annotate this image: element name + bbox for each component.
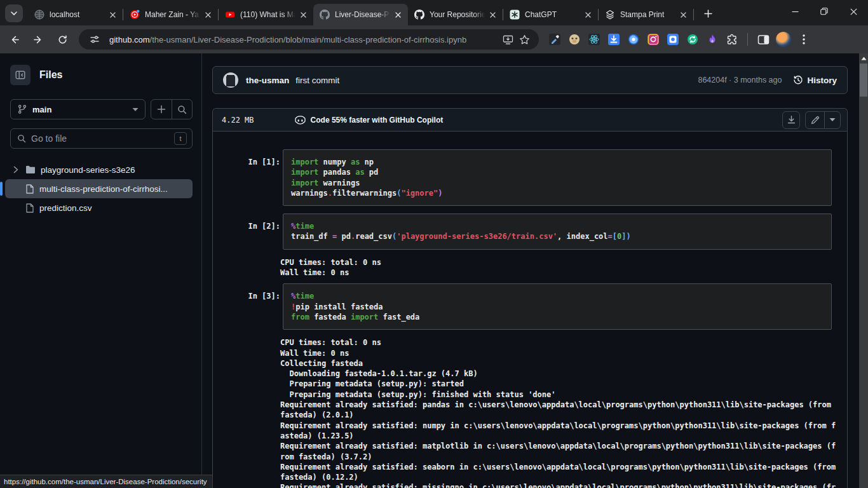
file-actions <box>782 111 841 129</box>
address-bar[interactable]: github.com/the-usman/Liver-Disease-Prodi… <box>79 29 539 50</box>
search-files-button[interactable] <box>172 100 192 119</box>
notebook-cell: In [3]:%time!pip install fastedafrom fas… <box>213 283 847 330</box>
extensions-row <box>548 32 811 47</box>
tab-localhost[interactable]: localhost <box>28 4 123 25</box>
site-settings-icon[interactable] <box>86 31 103 48</box>
code-cell-input: import numpy as npimport pandas as pdimp… <box>283 149 832 206</box>
tree-item-label: playground-series-s3e26 <box>41 165 135 175</box>
edit-file-button[interactable] <box>806 112 825 128</box>
tab-label: (110) What is Ma <box>240 10 295 19</box>
tab-close-icon[interactable] <box>107 10 118 20</box>
extensions-puzzle-icon[interactable] <box>725 32 739 46</box>
git-branch-icon <box>17 104 27 114</box>
download-arrow-extension-icon[interactable] <box>607 32 621 46</box>
tab-close-icon[interactable] <box>298 10 308 20</box>
green-sync-extension-icon[interactable] <box>686 32 700 46</box>
tab-label: Liver-Disease-Pr <box>335 10 390 19</box>
chevron-right-icon[interactable] <box>11 166 20 173</box>
tree-file-notebook-selected[interactable]: multi-class-prediction-of-cirrhosi... <box>5 179 193 198</box>
commit-message[interactable]: first commit <box>295 76 339 85</box>
file-icon <box>25 203 34 213</box>
blue-swirl-extension-icon[interactable] <box>627 32 641 46</box>
tab-label: localhost <box>50 10 105 19</box>
download-raw-button[interactable] <box>782 111 800 129</box>
forward-icon[interactable] <box>28 29 48 50</box>
scrollbar-up-arrow[interactable] <box>859 53 868 63</box>
page-scrollbar[interactable] <box>859 53 868 488</box>
tab-search-button[interactable] <box>5 4 23 22</box>
sidebar-actions <box>151 99 193 119</box>
minimize-button[interactable] <box>780 0 810 23</box>
kebab-menu-icon[interactable] <box>797 32 811 46</box>
screen-capture-extension-icon[interactable] <box>666 32 680 46</box>
scrollbar-thumb[interactable] <box>860 64 867 97</box>
github-favicon <box>320 10 330 20</box>
tab-close-icon[interactable] <box>487 10 498 20</box>
tab-label: Stampa Print <box>620 10 675 19</box>
tabs-container: localhost Maher Zain - Ya (110) What is … <box>28 0 717 25</box>
tab-youtube[interactable]: (110) What is Ma <box>219 4 313 25</box>
profile-avatar[interactable] <box>776 32 791 47</box>
toolbar-divider <box>747 33 748 46</box>
collapse-sidebar-button[interactable] <box>10 65 31 85</box>
browser-tab-strip: localhost Maher Zain - Ya (110) What is … <box>0 0 868 25</box>
tree-file-prediction-csv[interactable]: prediction.csv <box>5 198 193 217</box>
camera-extension-icon[interactable] <box>646 32 660 46</box>
tab-stampa-print[interactable]: Stampa Print <box>599 4 693 25</box>
globe-favicon <box>34 10 44 20</box>
side-panel-icon[interactable] <box>756 32 770 46</box>
tab-close-icon[interactable] <box>393 10 403 20</box>
tab-chatgpt[interactable]: ChatGPT <box>503 4 598 25</box>
monkey-extension-icon[interactable] <box>567 32 581 46</box>
chevron-down-icon <box>132 107 139 112</box>
tab-close-icon[interactable] <box>678 10 688 20</box>
history-label: History <box>807 76 837 85</box>
history-clock-icon <box>793 75 803 85</box>
bookmark-star-icon[interactable] <box>516 31 532 48</box>
commit-meta[interactable]: 864204f · 3 months ago <box>698 76 782 85</box>
file-icon <box>25 184 34 194</box>
edit-dropdown-button[interactable] <box>825 112 840 128</box>
folder-icon <box>25 165 36 174</box>
tab-label: ChatGPT <box>525 10 580 19</box>
branch-selector[interactable]: main <box>10 99 146 119</box>
install-app-icon[interactable] <box>499 31 516 48</box>
shortcut-key-badge: t <box>174 132 187 145</box>
url-host: github.com <box>109 35 150 44</box>
react-extension-icon[interactable] <box>587 32 601 46</box>
go-to-file-input[interactable]: Go to file t <box>10 128 193 149</box>
back-icon[interactable] <box>4 29 24 50</box>
cell-prompt: In [1]: <box>213 149 283 206</box>
commit-author[interactable]: the-usman <box>246 76 289 85</box>
github-favicon <box>414 10 424 20</box>
files-sidebar: Files main Go to file t playground <box>0 53 202 488</box>
latest-commit-bar: the-usman first commit 864204f · 3 month… <box>212 66 848 94</box>
restore-button[interactable] <box>810 0 839 23</box>
tab-label: Maher Zain - Ya <box>145 10 200 19</box>
add-file-button[interactable] <box>151 100 172 119</box>
reload-icon[interactable] <box>52 29 72 50</box>
tab-your-repositories[interactable]: Your Repositorie <box>408 4 503 25</box>
copilot-banner[interactable]: Code 55% faster with GitHub Copilot <box>295 116 444 125</box>
tree-item-label: multi-class-prediction-of-cirrhosi... <box>39 184 168 194</box>
tab-close-icon[interactable] <box>203 10 213 20</box>
browser-toolbar: github.com/the-usman/Liver-Disease-Prodi… <box>0 25 868 53</box>
new-tab-button[interactable] <box>699 4 717 22</box>
tab-label: Your Repositorie <box>430 10 485 19</box>
notebook-render: In [1]:import numpy as npimport pandas a… <box>213 132 847 488</box>
history-button[interactable]: History <box>793 75 837 85</box>
commit-author-avatar[interactable] <box>223 72 238 88</box>
tree-folder-playground-series[interactable]: playground-series-s3e26 <box>5 160 193 179</box>
tab-liver-disease-active[interactable]: Liver-Disease-Pr <box>313 4 408 25</box>
cell-prompt: In [3]: <box>213 283 283 330</box>
download-icon <box>787 115 796 125</box>
close-window-button[interactable] <box>839 0 868 23</box>
tab-close-icon[interactable] <box>583 10 593 20</box>
go-to-file-placeholder: Go to file <box>31 133 169 144</box>
search-icon <box>17 134 26 143</box>
purple-flame-extension-icon[interactable] <box>705 32 719 46</box>
file-tree: playground-series-s3e26 multi-class-pred… <box>5 160 193 217</box>
tab-youtube-music[interactable]: Maher Zain - Ya <box>123 4 218 25</box>
eyedropper-extension-icon[interactable] <box>548 32 562 46</box>
chevron-down-icon <box>829 118 836 122</box>
